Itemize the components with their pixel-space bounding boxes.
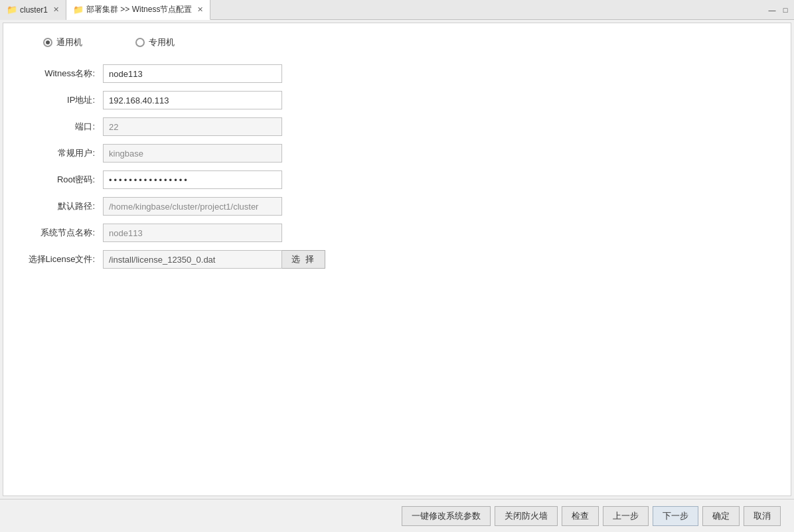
default-path-row: 默认路径: bbox=[23, 197, 771, 216]
next-step-button[interactable]: 下一步 bbox=[653, 506, 698, 526]
radio-general-circle bbox=[43, 38, 52, 47]
witness-name-input[interactable] bbox=[103, 64, 282, 83]
license-file-label: 选择License文件: bbox=[23, 253, 103, 265]
machine-type-radio-group: 通用机 专用机 bbox=[23, 36, 771, 48]
radio-general-label: 通用机 bbox=[56, 36, 82, 48]
close-firewall-button[interactable]: 关闭防火墙 bbox=[495, 506, 558, 526]
one-click-modify-button[interactable]: 一键修改系统参数 bbox=[402, 506, 491, 526]
ip-address-input[interactable] bbox=[103, 91, 282, 109]
radio-dedicated[interactable]: 专用机 bbox=[135, 36, 175, 48]
ip-address-row: IP地址: bbox=[23, 91, 771, 109]
witness-name-row: Witness名称: bbox=[23, 64, 771, 83]
radio-dedicated-label: 专用机 bbox=[149, 36, 175, 48]
port-label: 端口: bbox=[23, 121, 103, 133]
tab-witness-config-close[interactable]: ✕ bbox=[197, 5, 203, 14]
minimize-button[interactable]: — bbox=[766, 4, 778, 16]
form-area: 通用机 专用机 Witness名称: IP地址: 端口: bbox=[3, 23, 791, 496]
check-button[interactable]: 检查 bbox=[562, 506, 599, 526]
bottom-button-bar: 一键修改系统参数 关闭防火墙 检查 上一步 下一步 确定 取消 bbox=[0, 499, 794, 532]
regular-user-input[interactable] bbox=[103, 144, 282, 163]
tab-witness-config-label: 部署集群 >> Witness节点配置 bbox=[86, 4, 192, 15]
tab-bar: 📁 cluster1 ✕ 📁 部署集群 >> Witness节点配置 ✕ — □ bbox=[0, 0, 794, 20]
tab-cluster1[interactable]: 📁 cluster1 ✕ bbox=[0, 0, 66, 20]
cancel-button[interactable]: 取消 bbox=[744, 506, 781, 526]
folder-icon-2: 📁 bbox=[73, 5, 84, 15]
folder-icon: 📁 bbox=[7, 5, 17, 15]
license-file-input[interactable] bbox=[103, 250, 282, 269]
regular-user-row: 常规用户: bbox=[23, 144, 771, 163]
radio-general[interactable]: 通用机 bbox=[43, 36, 82, 48]
ip-address-label: IP地址: bbox=[23, 94, 103, 106]
system-node-name-row: 系统节点名称: bbox=[23, 224, 771, 242]
tab-cluster1-close[interactable]: ✕ bbox=[53, 5, 59, 14]
tab-witness-config[interactable]: 📁 部署集群 >> Witness节点配置 ✕ bbox=[66, 0, 210, 20]
port-input[interactable] bbox=[103, 117, 282, 136]
confirm-button[interactable]: 确定 bbox=[702, 506, 740, 526]
system-node-name-input[interactable] bbox=[103, 224, 282, 242]
system-node-name-label: 系统节点名称: bbox=[23, 227, 103, 239]
root-password-label: Root密码: bbox=[23, 174, 103, 186]
default-path-label: 默认路径: bbox=[23, 200, 103, 212]
default-path-input[interactable] bbox=[103, 197, 282, 216]
prev-step-button[interactable]: 上一步 bbox=[603, 506, 649, 526]
radio-dedicated-circle bbox=[135, 38, 145, 47]
license-file-row: 选择License文件: 选 择 bbox=[23, 250, 771, 269]
window-controls: — □ bbox=[766, 4, 794, 16]
root-password-input[interactable] bbox=[103, 170, 282, 189]
main-content-area: 通用机 专用机 Witness名称: IP地址: 端口: bbox=[3, 23, 791, 496]
regular-user-label: 常规用户: bbox=[23, 147, 103, 159]
restore-button[interactable]: □ bbox=[779, 4, 791, 16]
tab-cluster1-label: cluster1 bbox=[20, 5, 48, 15]
witness-name-label: Witness名称: bbox=[23, 68, 103, 80]
select-license-button[interactable]: 选 择 bbox=[282, 250, 325, 269]
license-file-input-group: 选 择 bbox=[103, 250, 325, 269]
root-password-row: Root密码: bbox=[23, 170, 771, 189]
port-row: 端口: bbox=[23, 117, 771, 136]
main-window: 📁 cluster1 ✕ 📁 部署集群 >> Witness节点配置 ✕ — □… bbox=[0, 0, 794, 532]
